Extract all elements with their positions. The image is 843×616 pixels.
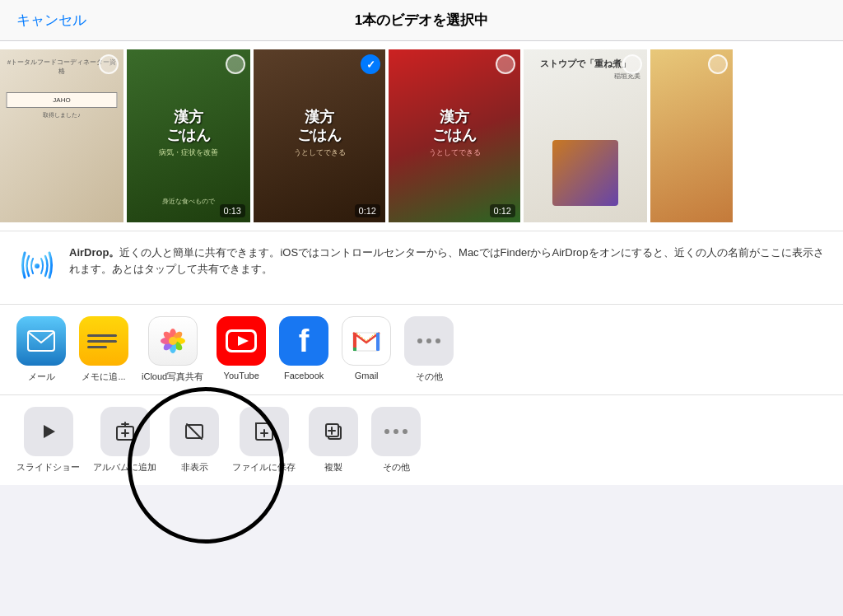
dot-1: [417, 338, 422, 343]
photo-item-6[interactable]: [650, 49, 733, 222]
photo-grid: #トータルフードコーディネーター資格 JAHO 取得しました♪ 漢方ごはん 病気…: [0, 41, 843, 231]
share-app-facebook-label: Facebook: [284, 371, 324, 380]
action-hide[interactable]: 非表示: [170, 407, 219, 474]
more-apps-dots: [417, 338, 440, 343]
share-apps-row: メール メモに追...: [16, 316, 827, 383]
action-duplicate-label: 複製: [324, 461, 342, 474]
cancel-button[interactable]: キャンセル: [16, 11, 86, 30]
hide-icon: [170, 407, 219, 456]
photo-item-4[interactable]: 漢方ごはん うとしてできる 0:12: [389, 49, 520, 222]
photo-check-2[interactable]: [226, 54, 245, 74]
photo-item-1[interactable]: #トータルフードコーディネーター資格 JAHO 取得しました♪: [0, 49, 123, 222]
action-more[interactable]: その他: [371, 407, 421, 474]
dot-3: [435, 338, 440, 343]
facebook-icon: f: [279, 316, 328, 366]
save-file-icon: [240, 407, 289, 456]
more-actions-icon: [371, 407, 421, 456]
airdrop-icon: [16, 245, 58, 286]
airdrop-section: AirDrop。近くの人と簡単に共有できます。iOSではコントロールセンターから…: [0, 231, 843, 305]
more-apps-icon: [404, 316, 454, 366]
share-app-youtube-label: YouTube: [224, 371, 259, 380]
photo-check-5[interactable]: [622, 54, 642, 74]
photo-check-1[interactable]: [99, 54, 119, 74]
photo-check-3[interactable]: [361, 54, 380, 74]
airdrop-title: AirDrop。: [69, 246, 119, 259]
svg-point-0: [35, 264, 40, 268]
mail-icon: [16, 316, 66, 366]
action-save-file-label: ファイルに保存: [232, 461, 296, 474]
video-duration-2: 0:13: [220, 204, 245, 217]
action-items-row: スライドショー アルバムに追加: [16, 407, 827, 474]
action-slideshow[interactable]: スライドショー: [16, 407, 80, 474]
action-save-file[interactable]: ファイルに保存: [232, 407, 296, 474]
page-title: 1本のビデオを選択中: [355, 11, 488, 30]
header: キャンセル 1本のビデオを選択中: [0, 0, 843, 41]
svg-rect-17: [376, 333, 380, 351]
action-dot-3: [403, 429, 408, 434]
dot-2: [426, 338, 431, 343]
svg-point-10: [169, 337, 177, 345]
photo-item-5[interactable]: ストウプで「重ね煮」 稲垣充美: [524, 49, 647, 222]
youtube-icon: [217, 316, 266, 366]
airdrop-body: 近くの人と簡単に共有できます。iOSではコントロールセンターから、MacではFi…: [69, 246, 824, 275]
photo-item-2[interactable]: 漢方ごはん 病気・症状を改善 身近な食べもので 0:13: [127, 49, 250, 222]
action-slideshow-label: スライドショー: [16, 461, 80, 474]
share-app-icloud[interactable]: iCloud写真共有: [142, 316, 203, 383]
memo-line-2: [87, 340, 117, 343]
share-app-facebook[interactable]: f Facebook: [279, 316, 328, 380]
svg-marker-19: [44, 425, 55, 438]
share-app-gmail[interactable]: Gmail: [342, 316, 391, 380]
action-add-album[interactable]: アルバムに追加: [93, 407, 156, 474]
memo-line-3: [87, 346, 107, 348]
facebook-f-letter: f: [299, 324, 310, 359]
share-app-mail-label: メール: [28, 371, 55, 383]
photo-check-6[interactable]: [708, 54, 728, 74]
icloud-photos-icon: [148, 316, 198, 366]
duplicate-icon: [309, 407, 358, 456]
share-app-icloud-label: iCloud写真共有: [142, 371, 203, 383]
share-app-memo-label: メモに追...: [82, 371, 125, 383]
share-app-gmail-label: Gmail: [355, 371, 379, 380]
add-album-icon: [100, 407, 150, 456]
photo-item-3[interactable]: 漢方ごはん うとしてできる 0:12: [254, 49, 385, 222]
action-hide-label: 非表示: [181, 461, 208, 474]
svg-rect-1: [28, 331, 54, 351]
share-section: メール メモに追...: [0, 305, 843, 395]
share-app-more[interactable]: その他: [404, 316, 454, 383]
share-app-memo[interactable]: メモに追...: [79, 316, 128, 383]
action-section: スライドショー アルバムに追加: [0, 395, 843, 485]
video-duration-4: 0:12: [490, 204, 515, 217]
video-duration-3: 0:12: [355, 204, 380, 217]
memo-line-1: [87, 334, 117, 337]
action-dot-2: [394, 429, 398, 434]
photo-check-4[interactable]: [496, 54, 515, 74]
action-more-label: その他: [383, 461, 410, 474]
share-app-more-label: その他: [416, 371, 443, 383]
share-app-mail[interactable]: メール: [16, 316, 66, 383]
share-app-youtube[interactable]: YouTube: [217, 316, 266, 380]
airdrop-description: AirDrop。近くの人と簡単に共有できます。iOSではコントロールセンターから…: [69, 245, 827, 277]
more-actions-dots: [384, 429, 408, 434]
gmail-icon: [342, 316, 391, 366]
svg-line-26: [187, 424, 202, 439]
memo-icon: [79, 316, 128, 366]
svg-rect-18: [353, 348, 356, 351]
action-duplicate[interactable]: 複製: [309, 407, 358, 474]
action-dot-1: [384, 429, 389, 434]
action-add-album-label: アルバムに追加: [93, 461, 156, 474]
slideshow-icon: [24, 407, 73, 456]
